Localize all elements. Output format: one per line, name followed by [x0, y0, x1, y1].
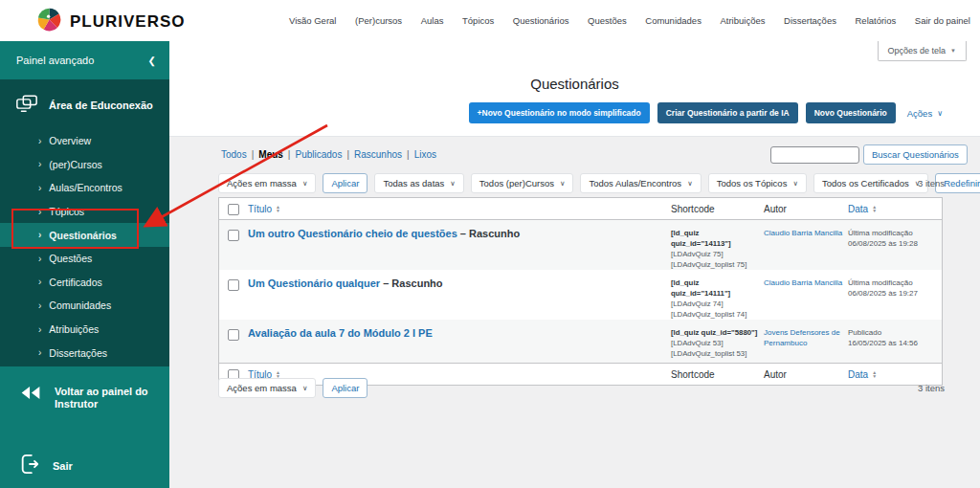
sort-icon: ▲▼: [276, 205, 280, 213]
sidebar-exit[interactable]: Sair: [0, 447, 169, 485]
separator: |: [346, 149, 349, 160]
create-quiz-from-ai-button[interactable]: Criar Questionário a partir de IA: [657, 102, 798, 123]
quiz-title-link[interactable]: Um Questionário qualquer: [248, 277, 380, 289]
apply-button[interactable]: Aplicar: [323, 173, 368, 193]
new-quiz-simplified-button[interactable]: +Novo Questionário no modo simplificado: [469, 102, 650, 123]
column-shortcode: Shortcode: [671, 204, 764, 214]
bulk-actions-select[interactable]: Ações em massa ∨: [218, 173, 316, 193]
caret-down-icon: ▼: [950, 48, 956, 54]
topnav-comunidades[interactable]: Comunidades: [645, 15, 702, 26]
quiz-status-suffix: – Rascunho: [380, 277, 442, 289]
rewind-icon: [19, 386, 42, 404]
topnav-dissertacoes[interactable]: Dissertações: [784, 15, 836, 26]
dates-filter-select[interactable]: Todas as datas ∨: [374, 173, 463, 193]
sidebar: Painel avançado ❮ Área de Educonexão ›Ov…: [0, 41, 169, 488]
row-checkbox[interactable]: [228, 279, 239, 291]
topnav-percursos[interactable]: (Per)cursos: [355, 15, 402, 26]
lessons-filter-select[interactable]: Todos Aulas/Encontros ∨: [580, 173, 701, 193]
sidebar-item-overview[interactable]: ›Overview: [0, 129, 169, 153]
sidebar-item-label: (per)Cursos: [49, 159, 101, 170]
sidebar-item-dissertacoes[interactable]: ›Dissertações: [0, 341, 169, 365]
date-cell: Última modificação 06/08/2025 às 19:28: [848, 220, 944, 270]
column-date-footer[interactable]: Data ▲▼: [848, 369, 944, 380]
sidebar-exit-label: Sair: [53, 460, 73, 473]
chevron-down-icon: ∨: [450, 179, 456, 188]
apply-button-bottom[interactable]: Aplicar: [323, 378, 368, 398]
topnav-relatorios[interactable]: Relatórios: [856, 15, 897, 26]
certificates-filter-select[interactable]: Todos os Certificados ∨: [813, 173, 928, 193]
column-date-label: Data: [848, 204, 868, 214]
sidebar-item-certificados[interactable]: ›Certificados: [0, 271, 169, 295]
sidebar-collapse-icon[interactable]: ❮: [148, 55, 156, 66]
top-navigation: Visão Geral (Per)cursos Aulas Tópicos Qu…: [289, 0, 970, 41]
screen: PLURIVERSO Visão Geral (Per)cursos Aulas…: [0, 0, 980, 488]
author-link[interactable]: Claudio Barria Mancilla: [764, 229, 842, 237]
topnav-sair-do-painel[interactable]: Sair do painel: [915, 15, 970, 26]
view-publicados[interactable]: Publicados: [295, 149, 342, 160]
topnav-visao-geral[interactable]: Visão Geral: [289, 15, 336, 26]
items-count-bottom: 3 itens: [918, 383, 945, 393]
brand-logo[interactable]: PLURIVERSO: [36, 7, 186, 36]
shortcode-line: [LDAdvQuiz 74]: [671, 299, 758, 309]
date-value: 06/08/2025 às 19:28: [848, 238, 938, 249]
items-count: 3 itens: [918, 178, 945, 189]
select-all-checkbox[interactable]: [228, 204, 239, 215]
table-row: Um outro Questionário cheio de questões …: [219, 220, 942, 270]
chevron-down-icon: ∨: [560, 179, 566, 188]
new-quiz-button[interactable]: Novo Questionário: [806, 102, 896, 123]
topnav-atribuicoes[interactable]: Atribuições: [720, 15, 765, 26]
view-rascunhos[interactable]: Rascunhos: [354, 149, 402, 160]
date-status: Última modificação: [848, 228, 938, 238]
sidebar-section-educonexao[interactable]: Área de Educonexão: [0, 79, 169, 125]
chevron-right-icon: ›: [38, 183, 41, 193]
author-link[interactable]: Jovens Defensores de Pernambuco: [764, 328, 840, 347]
topics-filter-select[interactable]: Todos os Tópicos ∨: [708, 173, 807, 193]
chevron-down-icon: ∨: [792, 179, 798, 188]
chevron-down-icon: ∨: [302, 179, 308, 188]
search-input[interactable]: [770, 146, 859, 164]
sidebar-item-topicos[interactable]: ›Tópicos: [0, 200, 169, 224]
column-date[interactable]: Data ▲▼: [848, 204, 944, 214]
quiz-title-link[interactable]: Um outro Questionário cheio de questões: [248, 228, 457, 239]
topnav-aulas[interactable]: Aulas: [421, 15, 444, 26]
sidebar-header[interactable]: Painel avançado ❮: [0, 41, 169, 79]
bulk-actions-label: Ações em massa: [227, 178, 297, 189]
quiz-title-link[interactable]: Avaliação da aula 7 do Módulo 2 I PE: [248, 327, 433, 339]
shortcode-line: [ld_quiz quiz_id="14113"]: [671, 228, 758, 249]
view-todos[interactable]: Todos: [221, 149, 247, 160]
date-value: 06/08/2025 às 19:27: [848, 288, 938, 299]
separator: |: [288, 149, 291, 160]
quiz-status-suffix: – Rascunho: [457, 228, 520, 239]
sidebar-item-aulas-encontros[interactable]: ›Aulas/Encontros: [0, 176, 169, 200]
view-filters: Todos | Meus | Publicados | Rascunhos | …: [221, 149, 436, 160]
chevron-right-icon: ›: [38, 230, 41, 240]
topnav-questoes[interactable]: Questões: [588, 15, 627, 26]
topnav-questionarios[interactable]: Questionários: [513, 15, 569, 26]
date-status: Última modificação: [848, 277, 938, 288]
sidebar-item-questoes[interactable]: ›Questões: [0, 247, 169, 271]
back-to-instructor-panel[interactable]: Voltar ao painel do Instrutor: [0, 380, 169, 416]
sidebar-item-comunidades[interactable]: ›Comunidades: [0, 294, 169, 318]
author-link[interactable]: Claudio Barria Mancilla: [764, 278, 842, 287]
date-cell: Publicado 16/05/2025 às 14:56: [848, 320, 944, 363]
bulk-actions-select-bottom[interactable]: Ações em massa ∨: [218, 378, 316, 398]
courses-filter-select[interactable]: Todos (per)Cursos ∨: [471, 173, 574, 193]
certificates-filter-label: Todos os Certificados: [822, 178, 909, 189]
date-value: 16/05/2025 às 14:56: [848, 338, 938, 348]
sidebar-item-percursos[interactable]: ›(per)Cursos: [0, 153, 169, 177]
table-row: Um Questionário qualquer – Rascunho [ld_…: [219, 270, 942, 320]
column-title[interactable]: Título ▲▼: [248, 204, 671, 214]
sidebar-header-label: Painel avançado: [16, 55, 94, 66]
actions-dropdown[interactable]: Ações ∨: [907, 108, 943, 119]
view-meus[interactable]: Meus: [258, 149, 283, 160]
search-quizzes-button[interactable]: Buscar Questionários: [863, 144, 968, 165]
row-checkbox[interactable]: [228, 329, 239, 341]
screen-options-button[interactable]: Opções de tela ▼: [878, 41, 968, 61]
view-lixos[interactable]: Lixos: [414, 149, 436, 160]
sidebar-item-atribuicoes[interactable]: ›Atribuições: [0, 318, 169, 342]
brand-name: PLURIVERSO: [70, 12, 186, 32]
row-checkbox[interactable]: [228, 230, 239, 241]
date-cell: Última modificação 06/08/2025 às 19:27: [848, 270, 944, 320]
sidebar-item-questionarios[interactable]: ›Questionários: [0, 223, 169, 247]
topnav-topicos[interactable]: Tópicos: [462, 15, 494, 26]
